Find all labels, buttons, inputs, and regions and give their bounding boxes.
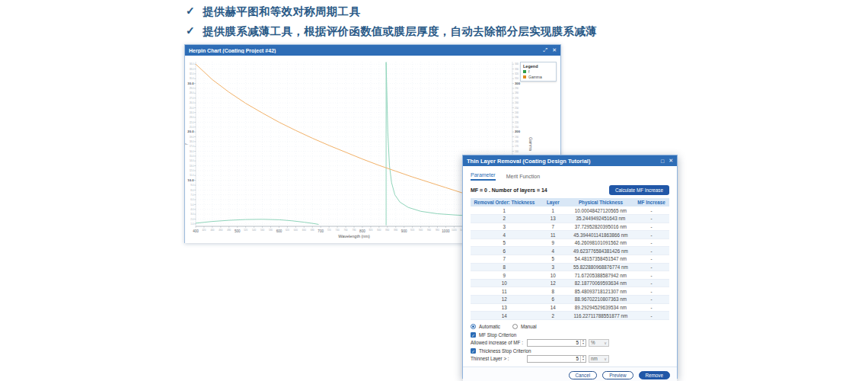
table-row[interactable]: 12688.96702210807363 nm- xyxy=(471,296,669,304)
dialog-tabs: ParameterMerit Function xyxy=(471,171,669,181)
table-cell: - xyxy=(633,239,669,247)
table-cell: 10 xyxy=(471,279,538,287)
svg-text:680: 680 xyxy=(311,229,314,232)
maximize-icon[interactable]: □ xyxy=(661,158,664,164)
table-header: Physical Thickness xyxy=(568,198,633,207)
table-row[interactable]: 91071.67205388587942 nm- xyxy=(471,271,669,280)
svg-text:740: 740 xyxy=(336,229,340,232)
svg-text:7.0: 7.0 xyxy=(190,194,194,197)
svg-text:500: 500 xyxy=(235,229,241,233)
svg-text:600: 600 xyxy=(276,229,282,233)
tab-parameter[interactable]: Parameter xyxy=(471,172,496,181)
chart-window-titlebar[interactable]: Herpin Chart (Coating Project #42) ⤢ ✕ xyxy=(185,45,560,56)
table-row[interactable]: 41145.394401141863866 nm- xyxy=(471,231,669,239)
svg-text:26.0: 26.0 xyxy=(190,101,194,104)
mf-stop-checkbox[interactable]: ✓ xyxy=(471,332,476,338)
table-cell: 1 xyxy=(538,207,568,215)
thinnest-layer-input[interactable]: 5 ▲▼ xyxy=(527,355,586,363)
svg-text:Wavelength (nm): Wavelength (nm) xyxy=(338,234,370,239)
table-row[interactable]: 131489.29294529639534 nm- xyxy=(471,303,669,312)
svg-text:190: 190 xyxy=(515,136,519,139)
svg-text:460: 460 xyxy=(219,229,222,232)
table-row[interactable]: 8355.822880968876774 nm- xyxy=(471,263,669,271)
automatic-label: Automatic xyxy=(479,324,500,329)
table-cell: 4 xyxy=(538,247,568,255)
table-row[interactable]: 3737.72952820395016 nm- xyxy=(471,223,669,231)
svg-text:280: 280 xyxy=(515,91,519,94)
svg-text:21.0: 21.0 xyxy=(190,126,194,129)
removal-order-table: Removal Order: ThicknessLayerPhysical Th… xyxy=(471,198,669,320)
table-row[interactable]: 11885.48093718121307 nm- xyxy=(471,287,669,296)
allowed-increase-unit-select[interactable]: % ∨ xyxy=(589,339,609,347)
svg-text:6.0: 6.0 xyxy=(190,198,194,201)
bullet-text: 提供膜系减薄工具，根据评价函数值或膜层厚度，自动去除部分层实现膜系减薄 xyxy=(203,24,597,39)
svg-text:16.0: 16.0 xyxy=(190,150,194,153)
svg-text:940: 940 xyxy=(419,229,423,232)
table-cell: 12 xyxy=(471,296,538,304)
table-row[interactable]: 1110.00048427120565 nm- xyxy=(471,207,669,215)
svg-text:20.0: 20.0 xyxy=(187,130,194,133)
maximize-icon[interactable]: ⤢ xyxy=(544,47,548,53)
svg-text:260: 260 xyxy=(515,101,519,104)
close-icon[interactable]: ✕ xyxy=(669,158,673,164)
thickness-stop-checkbox[interactable]: ✓ xyxy=(471,348,476,354)
table-cell: 37.72952820395016 nm xyxy=(568,223,633,231)
table-cell: 46.26098101091562 nm xyxy=(568,239,633,247)
table-cell: 8 xyxy=(538,287,568,296)
automatic-radio[interactable] xyxy=(471,324,476,329)
svg-text:230: 230 xyxy=(515,116,519,119)
spinner-arrows-icon[interactable]: ▲▼ xyxy=(580,340,586,346)
bullet-text: 提供赫平图和等效对称周期工具 xyxy=(203,5,360,19)
svg-text:2.0: 2.0 xyxy=(190,218,194,221)
svg-text:31.0: 31.0 xyxy=(190,77,194,80)
svg-text:270: 270 xyxy=(515,97,519,100)
svg-text:200: 200 xyxy=(515,130,521,133)
svg-text:9.0: 9.0 xyxy=(190,184,194,187)
table-cell: - xyxy=(633,207,669,215)
svg-text:840: 840 xyxy=(377,229,381,232)
table-cell: 5 xyxy=(471,239,538,247)
table-cell: - xyxy=(633,312,669,320)
remove-button[interactable]: Remove xyxy=(639,371,670,379)
svg-text:920: 920 xyxy=(410,229,414,232)
thinnest-layer-unit-select[interactable]: nm ∨ xyxy=(589,355,609,363)
svg-text:560: 560 xyxy=(260,229,264,232)
table-row[interactable]: 6449.623776584381426 nm- xyxy=(471,247,669,255)
table-row[interactable]: 7554.48157358451547 nm- xyxy=(471,255,669,264)
table-cell: 10.00048427120565 nm xyxy=(568,207,633,215)
chart-window-title: Herpin Chart (Coating Project #42) xyxy=(189,48,539,53)
svg-text:1020: 1020 xyxy=(452,229,457,232)
table-cell: 49.623776584381426 nm xyxy=(568,247,633,255)
tab-merit-function[interactable]: Merit Function xyxy=(506,174,540,181)
svg-text:330: 330 xyxy=(515,68,519,71)
manual-radio[interactable] xyxy=(512,324,518,329)
svg-text:660: 660 xyxy=(302,229,306,232)
dialog-titlebar[interactable]: Thin Layer Removal (Coating Design Tutor… xyxy=(463,155,677,166)
close-icon[interactable]: ✕ xyxy=(552,47,557,53)
legend-item: Gamma xyxy=(523,75,554,79)
svg-text:440: 440 xyxy=(210,229,214,232)
legend-label: f xyxy=(528,69,529,74)
table-cell: 3 xyxy=(471,223,538,231)
svg-text:10.0: 10.0 xyxy=(187,178,194,182)
spinner-arrows-icon[interactable]: ▲▼ xyxy=(580,356,586,362)
svg-text:3.0: 3.0 xyxy=(190,213,194,216)
table-cell: - xyxy=(633,271,669,280)
table-cell: - xyxy=(633,247,669,255)
table-cell: 116.22711788551877 nm xyxy=(568,312,633,320)
table-row[interactable]: 5946.26098101091562 nm- xyxy=(471,239,669,247)
table-cell: 35.2449492451643 nm xyxy=(568,215,633,223)
table-row[interactable]: 101282.18770069593634 nm- xyxy=(471,279,669,287)
table-row[interactable]: 142116.22711788551877 nm- xyxy=(471,312,669,320)
svg-text:28.0: 28.0 xyxy=(190,91,194,94)
preview-button[interactable]: Preview xyxy=(602,371,633,379)
cancel-button[interactable]: Cancel xyxy=(569,371,598,379)
table-cell: 89.29294529639534 nm xyxy=(568,303,633,312)
calculate-mf-increase-button[interactable]: Calculate MF Increase xyxy=(609,185,669,195)
allowed-increase-input[interactable]: 5 ▲▼ xyxy=(527,339,586,347)
chart-legend: Legend fGamma xyxy=(520,62,557,82)
svg-text:620: 620 xyxy=(286,229,289,232)
table-cell: 88.96702210807363 nm xyxy=(568,296,633,304)
table-cell: 82.18770069593634 nm xyxy=(568,279,633,287)
table-row[interactable]: 21335.2449492451643 nm- xyxy=(471,215,669,223)
